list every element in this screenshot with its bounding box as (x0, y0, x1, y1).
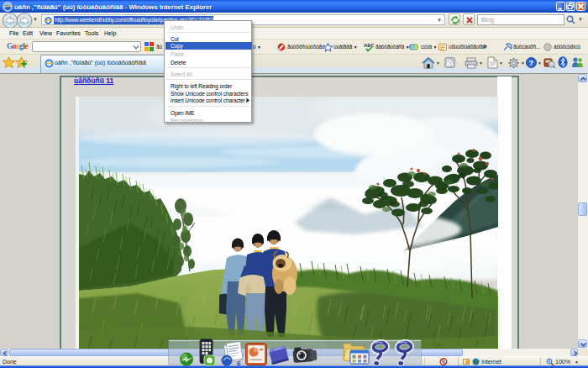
svg-text:6: 6 (237, 360, 241, 366)
svg-text:?: ? (529, 59, 534, 67)
svg-text:a: a (414, 44, 417, 50)
svg-text:ABC: ABC (364, 43, 374, 48)
